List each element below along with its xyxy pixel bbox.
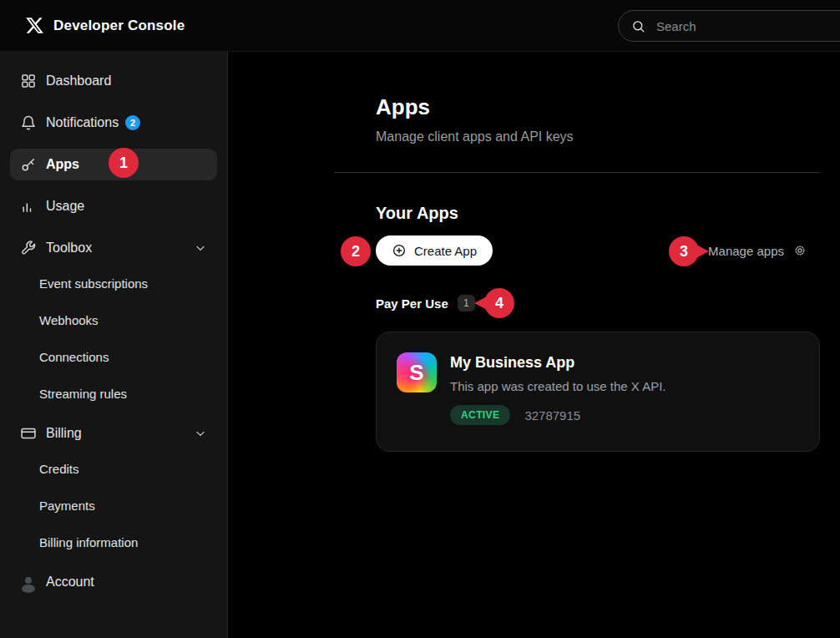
header-divider [334, 172, 820, 173]
sidebar-item-connections[interactable]: Connections [10, 344, 217, 369]
sidebar-item-billing[interactable]: Billing [10, 418, 217, 449]
manage-apps-link[interactable]: Manage apps [708, 244, 807, 258]
group-count-badge: 1 [458, 295, 475, 311]
x-logo-icon [25, 16, 44, 35]
create-app-label: Create App [414, 244, 477, 258]
avatar-icon [20, 574, 37, 590]
sidebar-item-label: Notifications [46, 115, 119, 130]
sidebar-item-label: Usage [46, 199, 84, 214]
create-app-button[interactable]: Create App [376, 235, 493, 266]
sidebar-item-label: Apps [46, 157, 79, 172]
actions-row: Create App Manage apps [376, 235, 820, 266]
sidebar-item-label: Streaming rules [39, 387, 127, 401]
annotation-marker-3: 3 [669, 236, 699, 266]
status-badge: ACTIVE [450, 405, 510, 425]
sidebar-item-dashboard[interactable]: Dashboard [10, 65, 217, 97]
sidebar-item-usage[interactable]: Usage [10, 190, 217, 222]
developer-console-window: Developer Console Dashboard Notification… [0, 0, 840, 638]
app-status-row: ACTIVE 32787915 [450, 405, 665, 425]
sidebar-item-label: Connections [39, 350, 109, 364]
annotation-marker-1: 1 [109, 148, 139, 178]
app-name: My Business App [450, 354, 665, 372]
sidebar-item-streaming-rules[interactable]: Streaming rules [10, 381, 217, 406]
wrench-icon [20, 240, 37, 256]
gear-icon [793, 244, 807, 257]
grid-icon [20, 73, 37, 89]
sidebar: Dashboard Notifications 2 Apps Usage [0, 52, 228, 638]
annotation-marker-2: 2 [341, 236, 371, 266]
brand: Developer Console [25, 16, 185, 35]
bell-icon [20, 114, 37, 131]
sidebar-item-label: Payments [39, 499, 95, 513]
manage-apps-label: Manage apps [708, 244, 784, 258]
sidebar-item-label: Event subscriptions [39, 276, 148, 291]
sidebar-item-toolbox[interactable]: Toolbox [10, 232, 217, 264]
sidebar-item-payments[interactable]: Payments [10, 493, 217, 518]
chevron-down-icon [194, 427, 207, 440]
search-icon [631, 19, 645, 33]
credit-card-icon [20, 425, 37, 442]
sidebar-item-event-subscriptions[interactable]: Event subscriptions [10, 271, 217, 296]
notifications-count-badge: 2 [125, 115, 140, 130]
main-content: Apps Manage client apps and API keys You… [228, 52, 840, 638]
annotation-marker-4: 4 [484, 288, 514, 318]
search-input[interactable] [655, 18, 813, 34]
app-id: 32787915 [524, 408, 580, 423]
search-box[interactable] [618, 10, 840, 42]
plus-circle-icon [392, 243, 407, 258]
sidebar-item-label: Webhooks [39, 313, 99, 327]
key-icon [20, 156, 37, 173]
app-description: This app was created to use the X API. [450, 379, 665, 393]
sidebar-item-label: Dashboard [46, 73, 111, 89]
sidebar-item-label: Toolbox [46, 241, 92, 256]
sidebar-item-webhooks[interactable]: Webhooks [10, 307, 217, 332]
sidebar-item-label: Credits [39, 462, 79, 476]
app-icon: S [397, 352, 437, 392]
bar-chart-icon [20, 198, 37, 215]
section-title: Your Apps [376, 204, 820, 223]
app-title: Developer Console [53, 18, 185, 34]
top-bar: Developer Console [0, 0, 840, 52]
sidebar-item-account[interactable]: Account [10, 566, 217, 598]
chevron-down-icon [194, 241, 207, 255]
group-label: Pay Per Use [376, 296, 448, 311]
sidebar-item-label: Account [46, 575, 94, 590]
app-group-row: Pay Per Use 1 [376, 295, 820, 311]
sidebar-item-billing-information[interactable]: Billing information [10, 529, 217, 554]
sidebar-item-credits[interactable]: Credits [10, 456, 217, 481]
app-logo-glyph: S [409, 360, 423, 386]
page-subtitle: Manage client apps and API keys [376, 129, 820, 144]
sidebar-item-label: Billing information [39, 535, 138, 549]
sidebar-item-label: Billing [46, 426, 82, 441]
app-card-body: My Business App This app was created to … [450, 352, 665, 431]
app-card[interactable]: S My Business App This app was created t… [376, 332, 820, 452]
page-title: Apps [376, 94, 820, 120]
sidebar-item-notifications[interactable]: Notifications 2 [10, 107, 217, 139]
